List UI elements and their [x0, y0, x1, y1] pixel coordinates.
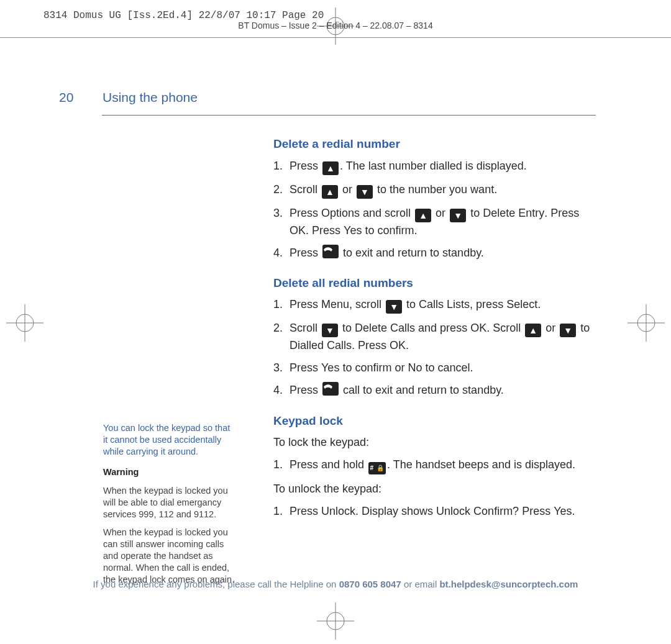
ui-label: Delete Calls	[355, 322, 415, 334]
hangup-key-icon	[322, 382, 339, 396]
step-text: Press	[290, 384, 321, 396]
step-text: to confirm or	[339, 361, 408, 374]
step-text: .	[537, 298, 541, 311]
step-text: Press	[290, 298, 321, 311]
up-key-icon: ▲	[415, 209, 431, 222]
step: 2. Scroll ▲ or ▼ to the number you want.	[273, 181, 596, 199]
registration-mark-bottom	[317, 602, 354, 640]
step-text: to exit and return to standby.	[340, 247, 484, 259]
up-key-icon: ▲	[322, 185, 338, 199]
ui-label: No	[408, 361, 422, 374]
up-key-icon: ▲	[322, 161, 339, 175]
step-text: Press	[309, 224, 344, 237]
step-number: 1.	[273, 456, 283, 473]
ui-label: OK.	[470, 322, 490, 334]
down-key-icon: ▼	[322, 324, 338, 337]
step-text: Scroll	[490, 322, 524, 334]
step-text: or	[339, 183, 355, 196]
registration-mark-right	[628, 304, 665, 342]
step-text: to cancel.	[422, 361, 473, 374]
step-number: 3.	[273, 360, 283, 376]
page-title: Using the phone	[103, 90, 198, 105]
step-text: call to exit and return to standby.	[340, 384, 504, 396]
ui-label: OK.	[390, 339, 409, 351]
paragraph: To unlock the keypad:	[273, 481, 596, 497]
step-text: Scroll	[290, 183, 321, 196]
step-text: and press	[415, 322, 470, 334]
step: 1. Press Menu, scroll ▼ to Calls Lists, …	[273, 296, 596, 314]
step-text: , press	[470, 298, 506, 311]
sidebar-warning-text: When the keypad is locked you can still …	[103, 527, 237, 586]
step-number: 1.	[273, 296, 283, 312]
step-text: Scroll	[290, 322, 321, 334]
step-text: Press	[519, 505, 554, 517]
ui-label: Menu	[321, 298, 349, 311]
step: 1. Press and hold # 🔒. The handset beeps…	[273, 456, 596, 474]
sidebar-tip: You can lock the keypad so that it canno…	[103, 422, 237, 458]
step-text: Press and hold	[290, 458, 367, 471]
step-text: Press	[290, 247, 321, 259]
step-text: to	[577, 322, 590, 334]
step-number: 2.	[273, 320, 283, 336]
step-text: to	[403, 298, 419, 311]
ui-label: Yes	[344, 224, 362, 237]
footer-phone: 0870 605 8047	[339, 579, 401, 589]
sidebar-notes: You can lock the keypad so that it canno…	[103, 422, 237, 592]
hash-key-icon: # 🔒	[368, 462, 386, 474]
ui-label: Unlock	[321, 505, 355, 517]
step-text: . The handset beeps and is displayed.	[387, 458, 575, 471]
ui-label: Select	[506, 298, 537, 311]
title-rule	[102, 115, 596, 116]
ui-label: Options	[321, 207, 360, 219]
step-text: or	[432, 207, 449, 219]
ui-label: Delete Entry	[483, 207, 544, 219]
step-text: . Press	[352, 339, 390, 351]
ui-label: Yes	[321, 361, 339, 374]
step: 3. Press Options and scroll ▲ or ▼ to De…	[273, 205, 596, 238]
step-text: Press	[290, 160, 321, 172]
step: 1. Press Unlock. Display shows Unlock Co…	[273, 503, 596, 519]
step-text: . Display shows	[355, 505, 436, 517]
step-text: Press	[290, 361, 321, 374]
sidebar-warning-text: When the keypad is locked you will be ab…	[103, 485, 237, 520]
step-number: 1.	[273, 158, 283, 174]
down-key-icon: ▼	[386, 300, 402, 314]
step-text: .	[572, 505, 575, 517]
step-number: 3.	[273, 205, 283, 221]
step-text: . Press	[544, 207, 579, 219]
step-text: and scroll	[360, 207, 414, 219]
step-text: to	[467, 207, 483, 219]
hangup-key-icon	[322, 245, 339, 258]
step: 2. Scroll ▼ to Delete Calls and press OK…	[273, 320, 596, 353]
running-head: BT Domus – Issue 2 – Edition 4 – 22.08.0…	[0, 20, 671, 30]
step-text: Press	[290, 207, 321, 219]
footer-text: If you experience any problems, please c…	[93, 579, 339, 589]
ui-label: Calls Lists	[419, 298, 470, 311]
step-number: 4.	[273, 382, 283, 398]
up-key-icon: ▲	[525, 324, 541, 337]
ui-label: Dialled Calls	[290, 339, 352, 351]
top-rule	[0, 37, 671, 38]
ui-label: Unlock Confirm?	[436, 505, 519, 517]
print-slug: 8314 Domus UG [Iss.2Ed.4] 22/8/07 10:17 …	[43, 10, 324, 21]
step-text: to confirm.	[362, 224, 417, 237]
heading-delete-all: Delete all redial numbers	[273, 274, 596, 292]
registration-mark-left	[6, 304, 43, 342]
step-number: 4.	[273, 245, 283, 261]
step: 1. Press ▲. The last number dialled is d…	[273, 158, 596, 175]
step-text: to the number you want.	[374, 183, 497, 196]
footer-text: or email	[401, 579, 440, 589]
main-column: Delete a redial number 1. Press ▲. The l…	[273, 135, 596, 525]
step-number: 2.	[273, 181, 283, 197]
step-text: to	[339, 322, 355, 334]
step-text: . The last number dialled is displayed.	[340, 160, 527, 172]
step: 4. Press to exit and return to standby.	[273, 245, 596, 261]
page-number: 20	[59, 90, 73, 105]
footer-helpline: If you experience any problems, please c…	[0, 579, 671, 589]
heading-keypad-lock: Keypad lock	[273, 412, 596, 430]
step-number: 1.	[273, 503, 283, 519]
down-key-icon: ▼	[357, 185, 373, 199]
step: 4. Press call to exit and return to stan…	[273, 382, 596, 398]
heading-delete-redial: Delete a redial number	[273, 135, 596, 153]
ui-label: Yes	[554, 505, 572, 517]
